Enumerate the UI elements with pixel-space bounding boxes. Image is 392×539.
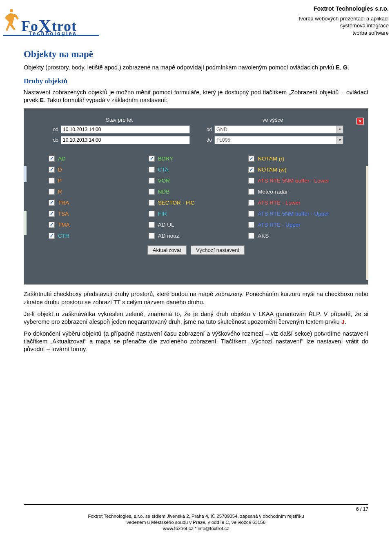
checkbox-row: Meteo-radar xyxy=(248,186,343,197)
checkbox-label: AD nouz. xyxy=(158,233,181,239)
checkbox[interactable]: ✓ xyxy=(49,156,55,162)
checkbox[interactable]: ✓ xyxy=(49,222,55,228)
checkbox-row: AD UL xyxy=(149,219,244,230)
checkbox-label: R xyxy=(58,189,62,195)
checkbox-row: NDB xyxy=(149,186,244,197)
checkbox-label: ATS RTE 5NM buffer - Upper xyxy=(258,211,329,217)
checkbox[interactable] xyxy=(149,178,155,184)
select-vyska-do[interactable]: FL095▼ xyxy=(214,136,343,144)
header-line: tvorba software xyxy=(299,29,389,37)
checkbox[interactable] xyxy=(248,189,254,195)
checkbox-row: P xyxy=(49,175,144,186)
checkbox[interactable] xyxy=(149,211,155,217)
checkbox[interactable] xyxy=(149,233,155,239)
heading-objekty: Objekty na mapě xyxy=(24,49,368,60)
label-do: do xyxy=(49,137,61,143)
checkbox-row: AD nouz. xyxy=(149,230,244,241)
input-stav-od[interactable]: 10.10.2013 14:00 xyxy=(61,125,190,134)
checkbox[interactable]: ✓ xyxy=(149,156,155,162)
footer-line: www.foxtrot.cz * info@foxtrot.cz xyxy=(24,526,368,532)
checkbox-row: ATS RTE 5NM buffer - Lower xyxy=(248,175,343,186)
checkbox-row: ✓CTR xyxy=(49,230,144,241)
checkbox-label: NOTAM (w) xyxy=(258,167,286,173)
checkbox[interactable] xyxy=(49,189,55,195)
checkbox-grid: ✓AD✓DPR✓TRA✓TSA✓TMA✓CTR ✓BDRYCTAVORNDBSE… xyxy=(49,153,343,241)
checkbox-label: NOTAM (r) xyxy=(258,156,284,162)
chevron-down-icon[interactable]: ▼ xyxy=(336,136,343,144)
stav-title: Stav pro let xyxy=(49,117,190,123)
dancer-icon xyxy=(2,8,20,31)
para-dokonceni: Po dokončení výběru objektů (a případně … xyxy=(24,330,368,353)
company-name: Foxtrot Technologies s.r.o. xyxy=(299,5,389,14)
select-vyska-od[interactable]: GND▼ xyxy=(214,125,343,134)
checkbox-label: D xyxy=(58,167,62,173)
checkbox[interactable]: ✓ xyxy=(49,167,55,173)
checkbox-label: ATS RTE 5NM buffer - Lower xyxy=(258,178,329,184)
para-intro: Objekty (prostory, body, letiště apod.) … xyxy=(24,64,368,71)
checkbox-label: P xyxy=(58,178,62,184)
checkbox[interactable] xyxy=(248,200,254,206)
checkbox-row: ✓D xyxy=(49,164,144,175)
checkbox-label: AD xyxy=(58,156,66,162)
checkbox[interactable] xyxy=(49,178,55,184)
header-right: Foxtrot Technologies s.r.o. tvorba webov… xyxy=(299,5,389,36)
close-icon[interactable]: × xyxy=(356,118,364,125)
checkbox-label: SECTOR - FIC xyxy=(158,200,195,206)
chevron-down-icon[interactable]: ▼ xyxy=(336,126,343,133)
checkbox-row: ✓BDRY xyxy=(149,153,244,164)
checkbox[interactable]: ✓ xyxy=(49,233,55,239)
checkbox-row: VOR xyxy=(149,175,244,186)
input-stav-do[interactable]: 10.10.2013 14:00 xyxy=(61,136,190,144)
checkbox-label: CTA xyxy=(158,167,169,173)
checkbox-label: NDB xyxy=(158,189,170,195)
checkbox-label: TRA xyxy=(58,200,69,206)
checkbox-label: AKS xyxy=(258,233,269,239)
checkbox[interactable] xyxy=(248,222,254,228)
checkbox-row: ATS RTE - Upper xyxy=(248,219,343,230)
checkbox-row: ✓NOTAM (r) xyxy=(248,153,343,164)
checkbox-row: ✓TSA xyxy=(49,208,144,219)
checkbox-row: SECTOR - FIC xyxy=(149,197,244,208)
checkbox[interactable]: ✓ xyxy=(49,211,55,217)
checkbox[interactable] xyxy=(149,200,155,206)
footer-line: Foxtrot Technologies, s.r.o. se sídlem J… xyxy=(24,513,368,519)
checkbox-label: ATS RTE - Upper xyxy=(258,222,301,228)
logo-rule xyxy=(3,35,99,36)
checkbox[interactable] xyxy=(248,233,254,239)
checkbox-label: TSA xyxy=(58,211,69,217)
para-druhy: Nastavení zobrazených objektů je možno m… xyxy=(24,89,368,104)
aktualizovat-button[interactable]: Aktualizovat xyxy=(147,245,187,255)
footer-line: vedeném u Městského soudu v Praze, v odd… xyxy=(24,519,368,526)
checkbox[interactable]: ✓ xyxy=(248,156,254,162)
heading-druhy: Druhy objektů xyxy=(24,77,368,85)
para-checkboxy: Zaškrtnuté checkboxy představují druhy p… xyxy=(24,290,368,306)
checkbox-label: CTR xyxy=(58,233,69,239)
checkbox[interactable] xyxy=(149,189,155,195)
checkbox[interactable] xyxy=(149,167,155,173)
checkbox-row: ✓NOTAM (w) xyxy=(248,164,343,175)
para-zelene: Je-li objekt u zaškrtávátka vykreslen ze… xyxy=(24,310,368,326)
checkbox[interactable] xyxy=(149,222,155,228)
checkbox-row: ATS RTE - Lower xyxy=(248,197,343,208)
checkbox[interactable] xyxy=(248,211,254,217)
checkbox-label: Meteo-radar xyxy=(258,189,288,195)
page-header: FoXtrot Technologies Foxtrot Technologie… xyxy=(24,0,368,41)
checkbox-label: AD UL xyxy=(158,222,174,228)
page-footer: 6 / 17 Foxtrot Technologies, s.r.o. se s… xyxy=(24,504,368,532)
label-od: od xyxy=(202,127,214,132)
checkbox[interactable] xyxy=(248,178,254,184)
checkbox-label: FIR xyxy=(158,211,167,217)
checkbox-row: CTA xyxy=(149,164,244,175)
checkbox[interactable]: ✓ xyxy=(49,200,55,206)
vyska-title: ve výšce xyxy=(202,117,343,123)
header-line: tvorba webových prezentací a aplikací xyxy=(299,15,389,22)
vychozi-button[interactable]: Výchozí nastavení xyxy=(191,245,245,255)
checkbox[interactable]: ✓ xyxy=(248,167,254,173)
checkbox-row: AKS xyxy=(248,230,343,241)
page-number: 6 / 17 xyxy=(24,506,368,513)
checkbox-row: FIR xyxy=(149,208,244,219)
checkbox-label: VOR xyxy=(158,178,170,184)
checkbox-label: BDRY xyxy=(158,156,173,162)
header-line: systémová integrace xyxy=(299,22,389,29)
checkbox-row: R xyxy=(49,186,144,197)
